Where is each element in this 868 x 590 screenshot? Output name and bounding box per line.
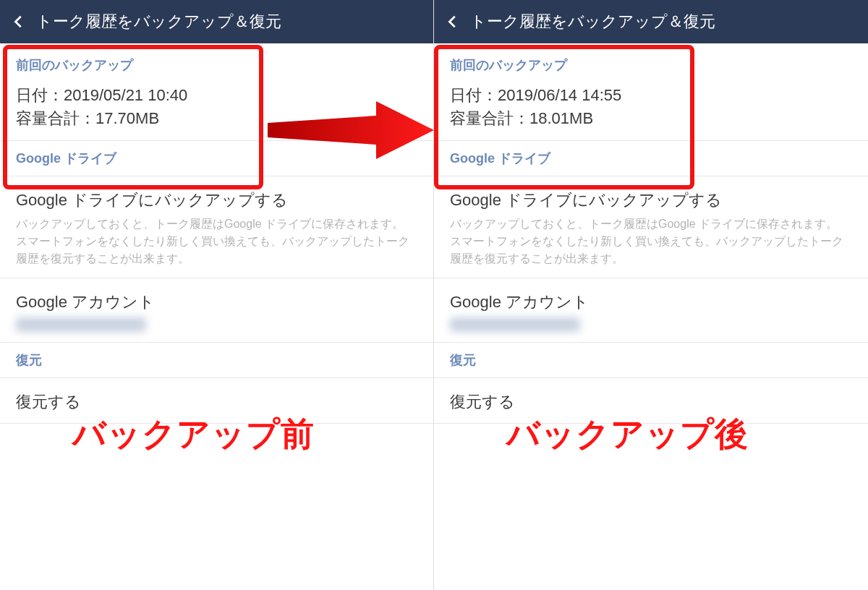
last-backup-section: 前回のバックアップ 日付：2019/05/21 10:40 容量合計：17.70… [0,43,433,141]
header-bar: トーク履歴をバックアップ＆復元 [434,0,868,43]
google-drive-label-section: Google ドライブ [434,141,868,176]
screen-before: トーク履歴をバックアップ＆復元 前回のバックアップ 日付：2019/05/21 … [0,0,434,590]
restore-label-section: 復元 [434,343,868,378]
last-backup-section: 前回のバックアップ 日付：2019/06/14 14:55 容量合計：18.01… [434,43,868,141]
google-account-label: Google アカウント [450,291,852,313]
google-drive-label: Google ドライブ [450,150,852,167]
backup-action-title: Google ドライブにバックアップする [450,189,852,211]
last-backup-label: 前回のバックアップ [450,56,852,74]
google-account-value-blurred [16,317,146,332]
backup-desc-1: バックアップしておくと、トーク履歴はGoogle ドライブに保存されます。 [16,215,417,233]
last-backup-label: 前回のバックアップ [16,56,417,74]
restore-label: 復元 [16,351,417,369]
google-account-section[interactable]: Google アカウント [434,278,868,343]
backup-action-title: Google ドライブにバックアップする [16,189,417,211]
header-title: トーク履歴をバックアップ＆復元 [36,11,281,33]
backup-action-section[interactable]: Google ドライブにバックアップする バックアップしておくと、トーク履歴はG… [0,176,433,278]
backup-size: 容量合計：17.70MB [16,107,417,130]
restore-action: 復元する [16,391,417,413]
header-title: トーク履歴をバックアップ＆復元 [470,11,715,33]
restore-label-section: 復元 [0,343,433,378]
google-drive-label: Google ドライブ [16,150,417,167]
backup-action-section[interactable]: Google ドライブにバックアップする バックアップしておくと、トーク履歴はG… [434,176,868,278]
google-account-value-blurred [450,317,580,332]
backup-date: 日付：2019/05/21 10:40 [16,84,417,107]
backup-desc-1: バックアップしておくと、トーク履歴はGoogle ドライブに保存されます。 [450,215,852,233]
google-drive-label-section: Google ドライブ [0,141,433,176]
restore-action-section[interactable]: 復元する [0,378,433,424]
restore-action-section[interactable]: 復元する [434,378,868,424]
restore-action: 復元する [450,391,852,413]
backup-desc-2: スマートフォンをなくしたり新しく買い換えても、バックアップしたトーク履歴を復元す… [16,233,417,268]
backup-date: 日付：2019/06/14 14:55 [450,84,852,107]
backup-desc-2: スマートフォンをなくしたり新しく買い換えても、バックアップしたトーク履歴を復元す… [450,233,852,268]
google-account-section[interactable]: Google アカウント [0,278,433,343]
backup-size: 容量合計：18.01MB [450,107,852,130]
back-icon[interactable] [443,12,463,32]
restore-label: 復元 [450,351,852,369]
header-bar: トーク履歴をバックアップ＆復元 [0,0,433,43]
google-account-label: Google アカウント [16,291,417,313]
back-icon[interactable] [9,12,29,32]
screen-after: トーク履歴をバックアップ＆復元 前回のバックアップ 日付：2019/06/14 … [434,0,868,590]
